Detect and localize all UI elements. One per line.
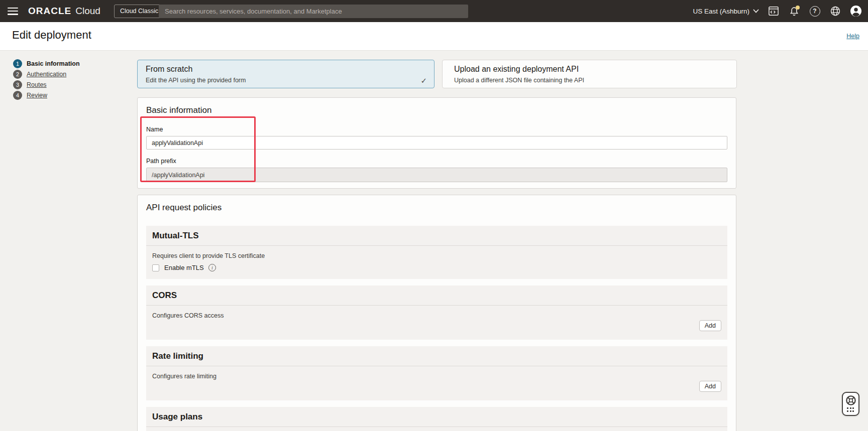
info-icon[interactable]: i [208, 264, 216, 271]
global-search [159, 5, 468, 18]
step-label: Routes [27, 81, 47, 88]
notification-dot [796, 6, 800, 10]
step-basic-information[interactable]: 1 Basic information [13, 59, 80, 68]
notifications-bell-icon[interactable] [788, 5, 800, 17]
option-subtitle: Edit the API using the provided form [146, 77, 426, 84]
usage-plans-title: Usage plans [146, 407, 727, 427]
search-input[interactable] [159, 5, 468, 18]
cors-add-row: Add [152, 320, 721, 332]
region-label: US East (Ashburn) [693, 8, 749, 15]
step-number-badge: 2 [13, 70, 22, 79]
step-label: Authentication [27, 71, 66, 78]
rate-limiting-title: Rate limiting [146, 346, 727, 366]
lifebuoy-help-icon [845, 394, 857, 406]
step-number-badge: 3 [13, 80, 22, 89]
path-prefix-input [146, 168, 727, 182]
enable-mtls-label: Enable mTLS [164, 264, 204, 271]
language-globe-icon[interactable] [829, 5, 841, 17]
topbar: ORACLE Cloud Cloud Classic › US East (As… [0, 0, 868, 22]
drag-dots-icon [847, 407, 854, 412]
rate-limiting-body: Configures rate limiting Add [146, 366, 727, 400]
option-from-scratch[interactable]: From scratch Edit the API using the prov… [137, 60, 435, 88]
rate-limiting-add-row: Add [152, 381, 721, 393]
brand-oracle: ORACLE [28, 6, 71, 17]
api-request-policies-card: API request policies Mutual-TLS Requires… [137, 195, 736, 431]
brand-cloud: Cloud [75, 6, 100, 17]
rate-limiting-add-button[interactable]: Add [699, 381, 721, 392]
policy-panels: Mutual-TLS Requires client to provide TL… [146, 226, 727, 431]
option-title: Upload an existing deployment API [454, 65, 728, 74]
option-upload-existing-api[interactable]: Upload an existing deployment API Upload… [442, 60, 737, 88]
region-selector[interactable]: US East (Ashburn) [693, 8, 759, 15]
cors-add-button[interactable]: Add [699, 320, 721, 331]
selected-check-icon: ✓ [420, 76, 427, 85]
help-link[interactable]: Help [846, 33, 859, 40]
enable-mtls-row: Enable mTLS i [152, 264, 721, 271]
mutual-tls-title: Mutual-TLS [146, 226, 727, 246]
name-field-label: Name [146, 126, 727, 133]
option-subtitle: Upload a different JSON file containing … [454, 77, 728, 84]
user-avatar-icon[interactable] [850, 5, 862, 17]
name-input[interactable] [146, 136, 727, 150]
cors-panel: CORS Configures CORS access Add [146, 285, 727, 340]
basic-information-heading: Basic information [146, 105, 727, 115]
step-label: Basic information [27, 60, 80, 67]
dev-console-icon[interactable] [768, 5, 780, 17]
path-prefix-label: Path prefix [146, 158, 727, 165]
usage-plans-panel: Usage plans Configures usage plans Add [146, 407, 727, 431]
cors-body: Configures CORS access Add [146, 306, 727, 340]
step-number-badge: 1 [13, 59, 22, 68]
enable-mtls-checkbox[interactable] [152, 264, 159, 271]
page-header: Edit deployment Help [0, 22, 868, 51]
topbar-right-cluster: US East (Ashburn) ? [693, 0, 862, 22]
step-label: Review [27, 92, 47, 99]
cloud-classic-label: Cloud Classic [120, 8, 158, 15]
assistant-widget[interactable] [842, 392, 859, 416]
mutual-tls-description: Requires client to provide TLS certifica… [152, 252, 721, 259]
menu-icon[interactable] [8, 8, 18, 15]
mutual-tls-body: Requires client to provide TLS certifica… [146, 246, 727, 279]
cors-title: CORS [146, 285, 727, 306]
mutual-tls-panel: Mutual-TLS Requires client to provide TL… [146, 226, 727, 279]
oracle-cloud-logo[interactable]: ORACLE Cloud [28, 6, 100, 17]
step-review[interactable]: 4 Review [13, 91, 80, 100]
basic-information-card: Basic information Name Path prefix [137, 97, 736, 189]
wizard-steps: 1 Basic information 2 Authentication 3 R… [13, 59, 80, 101]
content-area: 1 Basic information 2 Authentication 3 R… [0, 51, 868, 431]
rate-limiting-description: Configures rate limiting [152, 373, 721, 380]
option-title: From scratch [146, 65, 426, 74]
page-title: Edit deployment [12, 29, 91, 42]
help-icon[interactable]: ? [809, 5, 821, 17]
usage-plans-body: Configures usage plans Add [146, 427, 727, 431]
rate-limiting-panel: Rate limiting Configures rate limiting A… [146, 346, 727, 400]
chevron-down-icon [753, 9, 759, 13]
api-request-policies-heading: API request policies [146, 203, 727, 213]
step-routes[interactable]: 3 Routes [13, 80, 80, 89]
step-authentication[interactable]: 2 Authentication [13, 70, 80, 79]
cors-description: Configures CORS access [152, 312, 721, 319]
step-number-badge: 4 [13, 91, 22, 100]
